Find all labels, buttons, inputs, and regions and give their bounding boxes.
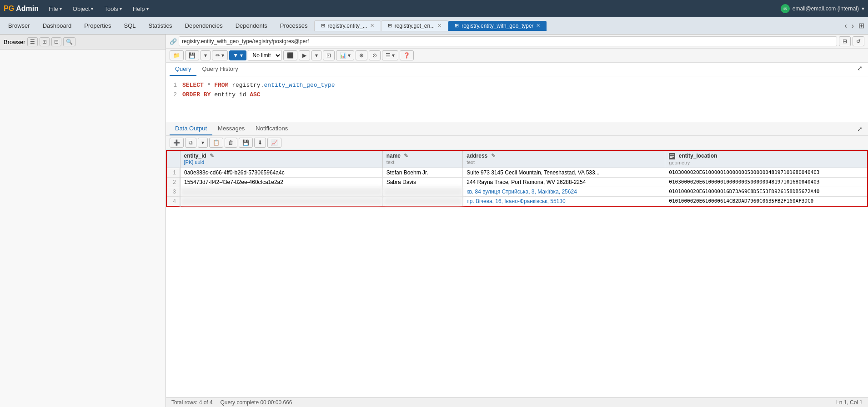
cell-address-4[interactable]: пр. Вічева, 16, Івано-Франківськ, 55130: [463, 196, 665, 206]
table-row: 3 ██████████████████████████████████ ███…: [166, 187, 868, 196]
tab-query-3-active[interactable]: ⊞ registry.entity_with_geo_type/ ✕: [448, 21, 547, 31]
main-layout: Browser ☰ ⊞ ⊟ 🔍 🔗 ⊟ ↺ 📁 💾 ▾ ✏ ▾ ▼ ▾ No l…: [0, 35, 868, 407]
cell-address-2[interactable]: 244 Rayna Trace, Port Ramona, WV 26288-2…: [463, 177, 665, 187]
format-btn[interactable]: ✏ ▾: [212, 50, 228, 60]
paste-btn[interactable]: 📋: [209, 138, 223, 148]
tab-more-button[interactable]: ⊞: [857, 20, 866, 31]
edit-entity-id-icon[interactable]: ✎: [210, 153, 214, 159]
cell-entity-id-2[interactable]: 155473d7-ff42-43e7-82ee-460cfca1e2a2: [180, 177, 382, 187]
tab-close-2[interactable]: ✕: [437, 23, 442, 29]
sidebar-grid-btn[interactable]: ⊞: [40, 37, 50, 46]
save-arrow-btn[interactable]: ▾: [201, 50, 211, 60]
tab-query-2[interactable]: ⊞ registry.get_en... ✕: [381, 20, 449, 31]
results-tab-notifications[interactable]: Notifications: [250, 122, 293, 135]
cell-location-1[interactable]: 0103000020E61000001000000050000004819710…: [665, 168, 868, 177]
cell-name-3[interactable]: ████████████: [382, 187, 463, 196]
geo-icon: [669, 153, 675, 159]
table-body: 1 0a0e383c-cd66-4ff0-b26d-573065964a4c S…: [166, 168, 868, 206]
tab-query-1[interactable]: ⊞ registry.entity_... ✕: [314, 20, 381, 31]
expand-editor-btn[interactable]: ⤢: [855, 63, 864, 76]
tab-statistics[interactable]: Statistics: [142, 20, 179, 31]
results-tab-data-output[interactable]: Data Output: [170, 122, 212, 135]
header-address: address ✎ text: [463, 150, 665, 168]
cell-name-2[interactable]: Sabra Davis: [382, 177, 463, 187]
graph-btn[interactable]: 📈: [267, 138, 281, 148]
edit-name-icon[interactable]: ✎: [404, 153, 408, 159]
tab-dependents[interactable]: Dependents: [229, 20, 274, 31]
menu-tools[interactable]: Tools ▾: [100, 4, 126, 14]
menu-bar: PGAdmin File ▾ Object ▾ Tools ▾ Help ▾ ✉…: [0, 0, 868, 17]
commit-btn[interactable]: ⊕: [356, 50, 367, 60]
run-arrow-btn[interactable]: ▾: [311, 50, 321, 60]
add-row-btn[interactable]: ➕: [170, 138, 184, 148]
cell-address-1[interactable]: Suite 973 3145 Cecil Mountain, Teneshast…: [463, 168, 665, 177]
copy-path-btn[interactable]: ⊟: [839, 36, 851, 46]
menu-object[interactable]: Object ▾: [68, 4, 98, 14]
tab-close-3[interactable]: ✕: [536, 23, 540, 29]
tab-next-button[interactable]: ›: [850, 21, 856, 31]
help-btn[interactable]: ❓: [400, 50, 414, 60]
user-menu-arrow: ▾: [862, 5, 864, 12]
download-btn[interactable]: ⬇: [254, 138, 266, 148]
user-avatar: ✉: [781, 4, 790, 13]
results-area: Data Output Messages Notifications ⤢ ➕ ⧉…: [166, 122, 868, 397]
path-input[interactable]: [179, 36, 837, 46]
refresh-btn[interactable]: ↺: [853, 36, 864, 46]
filter-btn[interactable]: ▼ ▾: [229, 50, 246, 60]
row-num-2: 2: [166, 177, 180, 187]
header-name: name ✎ text: [382, 150, 463, 168]
tab-processes[interactable]: Processes: [274, 20, 314, 31]
explain-analyze-btn[interactable]: 📊 ▾: [336, 50, 354, 60]
run-btn[interactable]: ▶: [299, 50, 310, 60]
explain-btn[interactable]: ⊡: [323, 50, 335, 60]
row-num-1: 1: [166, 168, 180, 177]
copy-arrow-btn[interactable]: ▾: [198, 138, 208, 148]
tab-close-1[interactable]: ✕: [370, 23, 374, 29]
cell-name-1[interactable]: Stefan Boehm Jr.: [382, 168, 463, 177]
header-entity-location: entity_location geometry: [665, 150, 868, 168]
sidebar-list-btn[interactable]: ☰: [27, 37, 38, 46]
delete-btn[interactable]: 🗑: [225, 138, 237, 148]
expand-results-btn[interactable]: ⤢: [855, 124, 864, 134]
sidebar-title: Browser: [4, 39, 25, 45]
cell-entity-id-3[interactable]: ██████████████████████████████████: [180, 187, 382, 196]
sql-line-1: 1 SELECT * FROM registry.entity_with_geo…: [170, 81, 864, 90]
tab-dependencies[interactable]: Dependencies: [179, 20, 229, 31]
cell-location-4[interactable]: 0101000020E610000614CB2DAD7960C0635FB2F1…: [665, 196, 868, 206]
menu-help[interactable]: Help ▾: [128, 4, 153, 14]
query-tabs: Query Query History ⤢: [166, 63, 868, 76]
cell-location-2[interactable]: 0103000020E61000001000000050000004819710…: [665, 177, 868, 187]
tab-dashboard[interactable]: Dashboard: [36, 20, 78, 31]
tab-prev-button[interactable]: ‹: [843, 21, 848, 31]
macros-btn[interactable]: ☰ ▾: [382, 50, 398, 60]
open-file-btn[interactable]: 📁: [170, 50, 184, 60]
stop-btn[interactable]: ⬛: [283, 50, 297, 60]
rollback-btn[interactable]: ⊙: [369, 50, 381, 60]
tools-arrow-icon: ▾: [120, 6, 122, 11]
cell-location-3[interactable]: 0101000020E610000016D73A69C8D5E53FD92615…: [665, 187, 868, 196]
tab-browser[interactable]: Browser: [2, 20, 36, 31]
limit-select[interactable]: No limit 1000 500 100: [248, 50, 282, 61]
copy-btn[interactable]: ⧉: [185, 138, 196, 148]
cell-address-3[interactable]: кв. 84 вулиця Стрийська, 3, Макіївка, 25…: [463, 187, 665, 196]
row-num-4: 4: [166, 196, 180, 206]
query-path-toolbar: 🔗 ⊟ ↺: [166, 35, 868, 49]
sidebar-filter-btn[interactable]: ⊟: [51, 37, 61, 46]
results-tab-messages[interactable]: Messages: [212, 122, 250, 135]
cell-entity-id-1[interactable]: 0a0e383c-cd66-4ff0-b26d-573065964a4c: [180, 168, 382, 177]
menu-file[interactable]: File ▾: [44, 4, 66, 14]
cell-name-4[interactable]: ████████████: [382, 196, 463, 206]
tab-sql[interactable]: SQL: [118, 20, 142, 31]
tab-query[interactable]: Query: [170, 63, 196, 76]
tab-properties[interactable]: Properties: [78, 20, 117, 31]
tab-query-history[interactable]: Query History: [196, 63, 243, 76]
table-row: 2 155473d7-ff42-43e7-82ee-460cfca1e2a2 S…: [166, 177, 868, 187]
save-data-btn[interactable]: 💾: [239, 138, 253, 148]
cell-entity-id-4[interactable]: ██████████████████████████████████: [180, 196, 382, 206]
sidebar-search-btn[interactable]: 🔍: [63, 37, 75, 46]
edit-address-icon[interactable]: ✎: [491, 153, 496, 159]
cursor-pos: Ln 1, Col 1: [836, 399, 863, 406]
sidebar-tree: [0, 50, 166, 407]
save-btn[interactable]: 💾: [185, 50, 199, 60]
sql-editor[interactable]: 1 SELECT * FROM registry.entity_with_geo…: [166, 76, 868, 122]
